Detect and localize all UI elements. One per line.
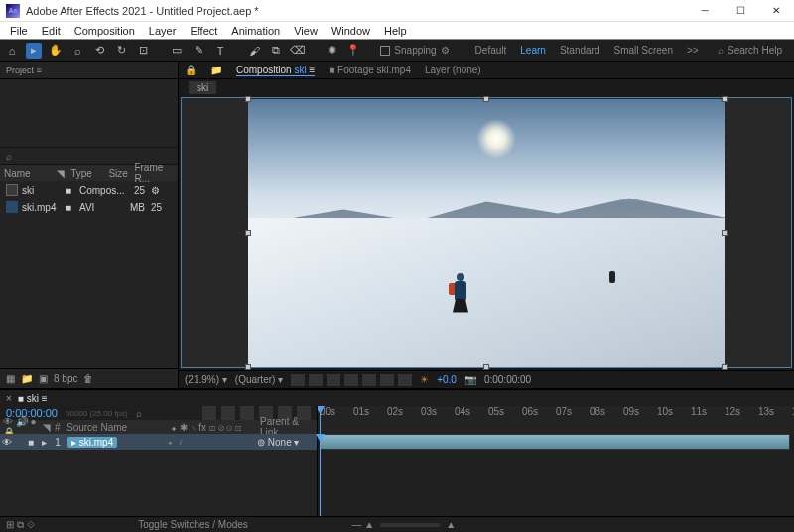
brush-tool[interactable]: 🖌 (246, 43, 262, 59)
color-depth[interactable]: 8 bpc (54, 373, 77, 384)
sun-visual (476, 119, 516, 159)
snapshot-icon[interactable]: 📷 (464, 374, 476, 385)
clone-tool[interactable]: ⧉ (268, 43, 284, 59)
menu-layer[interactable]: Layer (143, 25, 183, 37)
menu-help[interactable]: Help (378, 25, 413, 37)
menu-view[interactable]: View (288, 25, 324, 37)
fast-preview-icon[interactable] (291, 374, 305, 386)
parent-select[interactable]: None (268, 437, 292, 448)
col-label-icon[interactable]: ◥ (53, 168, 66, 179)
app-body: ⌂ ▸ ✋ ⌕ ⟲ ↻ ⊡ ▭ ✎ T 🖌 ⧉ ⌫ ✺ 📍 Snapping ⚙… (0, 40, 794, 532)
project-panel: Project ≡ ⌕ Name ◥ Type Size Frame R... … (0, 62, 179, 388)
channel-icon[interactable] (398, 374, 412, 386)
transform-handle[interactable] (722, 364, 728, 370)
search-help[interactable]: ⌕ Search Help (718, 45, 790, 56)
snow-visual (248, 218, 725, 367)
grid-icon[interactable] (362, 374, 376, 386)
viewer-tab-folder-icon: 📁 (210, 65, 222, 75)
search-icon: ⌕ (718, 45, 724, 56)
home-icon[interactable]: ⌂ (4, 43, 20, 59)
puppet-tool[interactable]: 📍 (345, 43, 361, 59)
region-icon[interactable] (344, 374, 358, 386)
selection-tool[interactable]: ▸ (26, 43, 42, 59)
composition-canvas[interactable] (181, 97, 792, 368)
close-button[interactable]: ✕ (758, 0, 794, 22)
anchor-tool[interactable]: ⊡ (135, 43, 151, 59)
workspace-standard[interactable]: Standard (560, 45, 600, 56)
viewer-tab-composition[interactable]: Composition ski ≡ (236, 65, 315, 76)
workspace-default[interactable]: Default (475, 45, 507, 56)
video-frame[interactable] (248, 99, 725, 367)
hand-tool[interactable]: ✋ (48, 43, 64, 59)
transform-handle[interactable] (722, 230, 728, 236)
eraser-tool[interactable]: ⌫ (290, 43, 306, 59)
menu-edit[interactable]: Edit (36, 25, 66, 37)
transform-handle[interactable] (722, 96, 728, 102)
transform-handle[interactable] (483, 96, 489, 102)
timeline-footer-icons[interactable]: ⊞ ⧉ ⟐ (6, 519, 35, 531)
exposure-icon[interactable]: ☀ (420, 374, 429, 385)
orbit-tool[interactable]: ⟲ (91, 43, 107, 59)
interpret-footage-icon[interactable]: ▦ (6, 373, 15, 384)
transform-handle[interactable] (245, 96, 251, 102)
project-item-footage[interactable]: ski.mp4 ■ AVI MB 25 (0, 199, 178, 216)
menu-composition[interactable]: Composition (68, 25, 141, 37)
movie-icon (6, 201, 18, 213)
playhead-track[interactable] (320, 434, 321, 516)
new-comp-icon[interactable]: ▣ (39, 373, 48, 384)
menu-file[interactable]: File (4, 25, 34, 37)
titlebar: Ae Adobe After Effects 2021 - Untitled P… (0, 0, 794, 22)
zoom-level[interactable]: (21.9%) ▾ (185, 374, 227, 385)
time-ruler[interactable]: 00s 01s 02s 03s 04s 05s 06s 07s 08s 09s … (318, 406, 794, 434)
type-tool[interactable]: T (212, 43, 228, 59)
viewer-tab-layer[interactable]: Layer (none) (425, 65, 481, 75)
transform-handle[interactable] (245, 230, 251, 236)
toggle-switches-modes[interactable]: Toggle Switches / Modes (35, 519, 352, 530)
visibility-toggle[interactable]: 👁 (0, 437, 14, 448)
comp-flowchart-icon[interactable] (202, 406, 216, 420)
viewer-tab-lock-icon[interactable]: 🔒 (185, 65, 197, 75)
draft3d-icon[interactable] (221, 406, 235, 420)
workspace-more[interactable]: >> (687, 45, 699, 56)
pen-tool[interactable]: ✎ (191, 43, 206, 59)
layer-name[interactable]: ▸ ski.mp4 (67, 437, 117, 448)
viewer-tab-footage[interactable]: ■ Footage ski.mp4 (329, 65, 411, 75)
project-tab[interactable]: Project ≡ (0, 62, 178, 79)
transform-handle[interactable] (483, 364, 489, 370)
menu-animation[interactable]: Animation (225, 25, 286, 37)
snap-options-icon[interactable]: ⚙ (441, 45, 450, 56)
minimize-button[interactable]: ─ (687, 0, 723, 22)
menu-window[interactable]: Window (326, 25, 376, 37)
roto-tool[interactable]: ✺ (324, 43, 339, 59)
col-size[interactable]: Size (104, 168, 130, 179)
new-folder-icon[interactable]: 📁 (21, 373, 33, 384)
maximize-button[interactable]: ☐ (723, 0, 758, 22)
workspace-learn[interactable]: Learn (520, 45, 546, 56)
comp-mini-tab[interactable]: ski (189, 81, 216, 94)
zoom-tool[interactable]: ⌕ (69, 43, 85, 59)
preview-time[interactable]: 0:00:00:00 (484, 374, 531, 385)
mask-icon[interactable] (327, 374, 340, 386)
rect-tool[interactable]: ▭ (169, 43, 185, 59)
timeline-tab-close-icon[interactable]: × (6, 393, 12, 404)
delete-icon[interactable]: 🗑 (83, 373, 93, 384)
project-item-comp[interactable]: ski ■ Compos... 25 ⚙ (0, 181, 178, 199)
menu-effect[interactable]: Effect (184, 25, 223, 37)
transparency-grid-icon[interactable] (309, 374, 323, 386)
col-type[interactable]: Type (66, 168, 104, 179)
shy-icon[interactable] (240, 406, 254, 420)
timeline-zoom[interactable]: — ▲ ▲ (352, 519, 457, 530)
transform-handle[interactable] (245, 364, 251, 370)
timeline-tab[interactable]: ■ ski ≡ (18, 393, 48, 404)
skier2-visual (609, 271, 615, 283)
rotation-tool[interactable]: ↻ (113, 43, 129, 59)
exposure-value[interactable]: +0.0 (437, 374, 457, 385)
workspace-smallscreen[interactable]: Small Screen (613, 45, 672, 56)
layer-row-1[interactable]: 👁 ■ ▸ 1 ▸ ski.mp4 ⬥ / ⊚ None ▾ (0, 434, 317, 450)
guide-icon[interactable] (380, 374, 394, 386)
col-name[interactable]: Name (0, 168, 53, 179)
layer-clip[interactable] (320, 434, 790, 450)
snapping-toggle[interactable]: Snapping ⚙ (380, 45, 449, 56)
resolution-select[interactable]: (Quarter) ▾ (235, 374, 283, 385)
timeline-search-icon[interactable]: ⌕ (136, 408, 142, 419)
